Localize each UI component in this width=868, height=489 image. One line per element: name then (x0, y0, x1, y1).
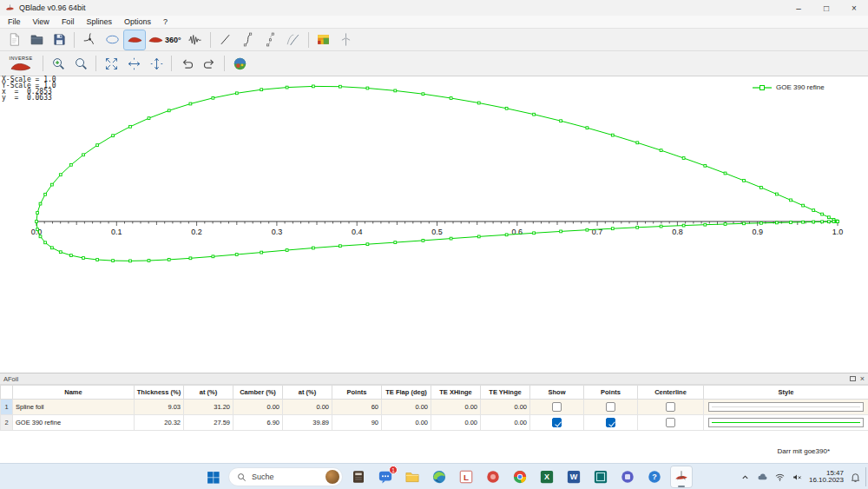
svg-text:X: X (544, 472, 549, 481)
column-header: TE XHinge (431, 386, 481, 400)
clock[interactable]: 15:47 16.10.2023 (809, 470, 844, 485)
taskbar-app-l[interactable]: L (455, 466, 477, 488)
toolbar-separator (95, 56, 96, 71)
dock-float-icon[interactable] (850, 376, 856, 381)
value-cell[interactable]: 90 (332, 415, 382, 431)
noise-simulation-module-button[interactable] (185, 30, 206, 50)
foil-table: NameThickness (%)at (%)Camber (%)at (%)P… (0, 385, 868, 431)
table-row[interactable]: 1Spline foil9.0331.200.000.00600.000.000… (1, 400, 868, 415)
value-cell[interactable]: 9.03 (135, 400, 184, 415)
centerline-checkbox[interactable] (666, 402, 675, 412)
open-project-button[interactable] (26, 30, 47, 50)
notifications-bell-icon[interactable] (850, 472, 861, 483)
points-checkbox[interactable] (606, 418, 615, 427)
wifi-icon[interactable] (774, 472, 786, 483)
reset-view-button[interactable] (101, 54, 122, 73)
notification-badge: 1 (389, 466, 398, 474)
value-cell[interactable]: 0.00 (382, 415, 431, 431)
zoom-window-button[interactable] (70, 54, 91, 73)
value-cell[interactable]: 0.00 (233, 400, 283, 415)
turbine-simulation-module-button[interactable] (336, 30, 357, 50)
toolbar-separator (171, 56, 172, 71)
toolbar-separator (210, 32, 211, 48)
redo-button[interactable] (199, 54, 220, 73)
svg-text:0.2: 0.2 (191, 228, 202, 236)
value-cell[interactable]: 27.59 (184, 415, 233, 431)
column-header: at (%) (283, 386, 332, 400)
taskbar-app-excel[interactable]: X (536, 466, 558, 488)
points-checkbox[interactable] (606, 402, 615, 412)
minimize-button[interactable]: – (785, 0, 812, 16)
show-checkbox[interactable] (552, 402, 562, 412)
show-checkbox[interactable] (552, 418, 562, 427)
polar-extrapolation-360-module-button[interactable]: 360° (147, 30, 183, 50)
menu-item-foil[interactable]: Foil (56, 17, 81, 26)
taskbar-app-help[interactable]: ? (643, 466, 666, 488)
value-cell[interactable]: 39.89 (283, 415, 332, 431)
spline-points-tool-button[interactable] (260, 30, 281, 50)
search-box[interactable]: Suche (228, 467, 343, 486)
value-cell[interactable]: 20.32 (135, 415, 184, 431)
value-cell[interactable]: 0.00 (382, 400, 431, 415)
taskbar-app-chrome[interactable] (509, 466, 531, 488)
clock-date: 16.10.2023 (809, 477, 844, 485)
style-button[interactable] (708, 402, 864, 412)
foil-name-cell[interactable]: Spline foil (13, 400, 135, 415)
taskbar-app-edge[interactable] (428, 466, 450, 488)
centerline-checkbox[interactable] (666, 418, 675, 427)
taskbar-app-chat[interactable]: 1 (374, 466, 397, 488)
toolbar-separator (43, 56, 43, 71)
value-cell[interactable]: 31.20 (184, 400, 233, 415)
airfoil-plot[interactable]: 0.00.10.20.30.40.50.60.70.80.91.0 (0, 76, 868, 373)
blade-design-module-button[interactable] (79, 30, 100, 50)
taskbar-app-explorer[interactable] (401, 466, 424, 488)
cfd-colormap-module-button[interactable] (313, 30, 334, 50)
menu-item-help[interactable]: ? (157, 17, 174, 26)
taskbar-app-blue[interactable] (616, 466, 639, 488)
taskbar-app-red[interactable] (482, 466, 504, 488)
scale-y-button[interactable] (146, 54, 167, 73)
style-button[interactable] (708, 418, 864, 427)
value-cell[interactable]: 0.00 (481, 415, 530, 431)
airfoil-design-canvas[interactable]: 0.00.10.20.30.40.50.60.70.80.91.0 X-Scal… (0, 76, 868, 373)
new-project-button[interactable] (3, 30, 24, 50)
menu-bar: FileViewFoilSplinesOptions? (0, 16, 868, 29)
save-project-button[interactable] (49, 30, 69, 50)
undo-button[interactable] (176, 54, 197, 73)
start-button[interactable] (201, 466, 224, 488)
inverse-design-button[interactable]: INVERSE (3, 52, 38, 76)
taskbar-app-word[interactable]: W (562, 466, 585, 488)
foil-name-cell[interactable]: GOE 390 refine (13, 415, 135, 431)
table-row[interactable]: 2GOE 390 refine20.3227.596.9039.89900.00… (1, 415, 868, 431)
taskbar-app-qblade[interactable] (670, 466, 693, 488)
hidden-icons-chevron-icon[interactable] (740, 472, 751, 483)
value-cell[interactable]: 0.00 (431, 400, 481, 415)
value-cell[interactable]: 0.00 (283, 400, 332, 415)
svg-text:0.3: 0.3 (272, 228, 283, 236)
dock-close-icon[interactable]: × (860, 375, 865, 383)
onedrive-cloud-icon[interactable] (757, 472, 768, 483)
line-tool-button[interactable] (215, 30, 236, 50)
world-view-button[interactable] (229, 54, 250, 73)
scale-readout: X-Scale = 1.0 Y-Scale = 1.0 x = 0.2853 y… (2, 76, 56, 101)
value-cell[interactable]: 6.90 (233, 415, 283, 431)
value-cell[interactable]: 0.00 (481, 400, 530, 415)
toolbar-separator (74, 32, 75, 48)
direct-foil-design-module-button[interactable] (124, 30, 145, 50)
menu-item-splines[interactable]: Splines (80, 17, 118, 26)
maximize-button[interactable]: □ (812, 0, 840, 16)
taskbar-app-teal[interactable] (589, 466, 612, 488)
menu-item-file[interactable]: File (2, 17, 27, 26)
value-cell[interactable]: 0.00 (431, 415, 481, 431)
volume-muted-icon[interactable] (792, 472, 803, 483)
menu-item-options[interactable]: Options (118, 17, 157, 26)
scale-x-button[interactable] (123, 54, 144, 73)
taskbar-app-notebook[interactable] (347, 466, 370, 488)
value-cell[interactable]: 60 (332, 400, 382, 415)
close-button[interactable]: × (840, 0, 868, 16)
menu-item-view[interactable]: View (27, 17, 56, 26)
spline-foil-module-button[interactable] (102, 30, 122, 50)
zoom-in-button[interactable] (48, 54, 69, 73)
spline-tool-button[interactable] (238, 30, 259, 50)
polar-analysis-module-button[interactable] (283, 30, 304, 50)
